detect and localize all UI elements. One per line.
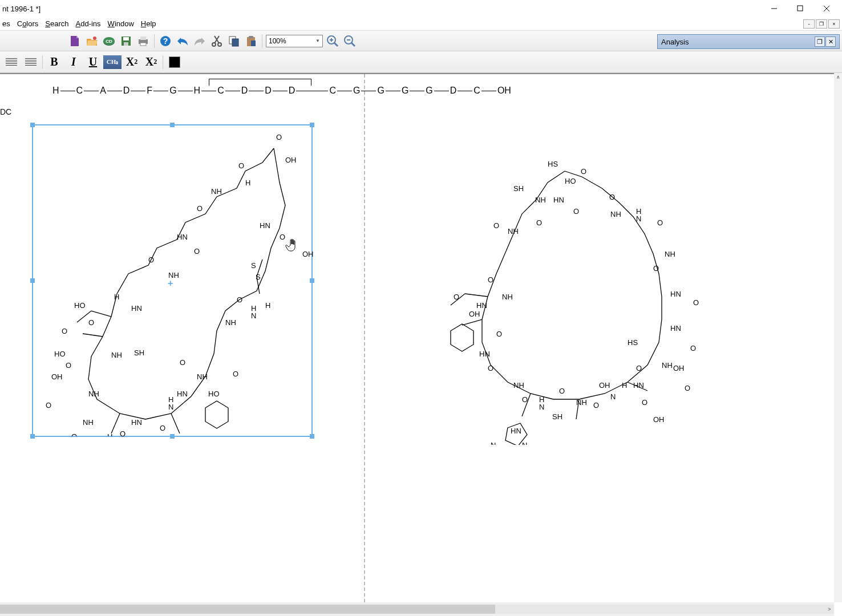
menu-search[interactable]: Search: [45, 19, 68, 28]
svg-text:O: O: [536, 218, 542, 227]
menu-item[interactable]: es: [2, 19, 10, 28]
svg-text:O: O: [62, 327, 67, 335]
close-button[interactable]: [813, 0, 840, 17]
zoom-combo[interactable]: 100%▼: [266, 35, 323, 47]
svg-text:N: N: [539, 403, 544, 411]
svg-text:H: H: [245, 179, 250, 187]
mdi-close-button[interactable]: ×: [828, 19, 840, 29]
svg-text:O: O: [71, 432, 77, 436]
minimize-button[interactable]: [761, 0, 787, 17]
svg-text:HO: HO: [74, 301, 86, 310]
align-lines-1[interactable]: [2, 54, 21, 71]
svg-text:N: N: [636, 214, 641, 223]
copy-button[interactable]: [226, 34, 241, 48]
scroll-up-icon[interactable]: ∧: [834, 73, 842, 81]
menu-colors[interactable]: Colors: [17, 19, 39, 28]
svg-text:HN: HN: [670, 290, 681, 298]
sequence-chain[interactable]: H C A D F G H C D D D C G G G G D C OH: [51, 86, 512, 96]
structure-left[interactable]: O OH OH NH O HNO ONH HHN HOO O HOO OH NH…: [34, 128, 314, 436]
vertical-scrollbar[interactable]: ∧: [834, 73, 842, 602]
svg-text:HO: HO: [54, 350, 66, 358]
svg-text:CD: CD: [106, 39, 112, 44]
help-button[interactable]: ?: [158, 34, 173, 48]
dc-label: DC: [0, 107, 11, 116]
superscript-button[interactable]: X2: [142, 54, 160, 71]
svg-rect-12: [140, 37, 146, 40]
bold-button[interactable]: B: [45, 54, 63, 71]
undo-button[interactable]: [175, 34, 190, 48]
menu-help[interactable]: Help: [141, 19, 156, 28]
analysis-restore-button[interactable]: ❐: [815, 37, 825, 47]
svg-text:NH: NH: [111, 351, 122, 359]
svg-point-19: [218, 43, 221, 46]
selection-handle[interactable]: [30, 123, 35, 127]
svg-text:HS: HS: [548, 160, 558, 168]
svg-text:O: O: [581, 167, 586, 176]
svg-text:O: O: [609, 193, 615, 201]
svg-text:O: O: [593, 401, 599, 410]
menu-window[interactable]: Window: [108, 19, 134, 28]
svg-line-30: [351, 43, 355, 46]
svg-text:O: O: [657, 218, 663, 227]
redo-button[interactable]: [192, 34, 207, 48]
svg-text:O: O: [573, 207, 579, 216]
svg-text:O: O: [690, 344, 696, 352]
analysis-close-button[interactable]: ✕: [825, 37, 836, 47]
maximize-button[interactable]: [787, 0, 813, 17]
structure-right[interactable]: HS O HO NHHN SH NHO O O O NH HN O NH O H…: [422, 160, 707, 445]
svg-rect-23: [249, 36, 253, 38]
svg-text:NH: NH: [211, 187, 222, 196]
svg-text:O: O: [522, 395, 528, 404]
menu-addins[interactable]: Add-ins: [76, 19, 101, 28]
svg-text:SH: SH: [552, 412, 562, 421]
color-swatch[interactable]: [165, 54, 184, 71]
align-lines-2[interactable]: [22, 54, 40, 71]
formula-button[interactable]: CH₂: [103, 54, 122, 71]
svg-text:H: H: [107, 432, 112, 436]
mdi-minimize-button[interactable]: ‐: [803, 19, 815, 29]
mdi-restore-button[interactable]: ❐: [816, 19, 827, 29]
scroll-thumb[interactable]: [0, 605, 495, 614]
italic-button[interactable]: I: [64, 54, 83, 71]
subscript-button[interactable]: X2: [123, 54, 141, 71]
svg-text:HO: HO: [208, 390, 220, 398]
horizontal-scrollbar[interactable]: >: [0, 602, 834, 616]
save-button[interactable]: [119, 34, 133, 48]
svg-text:N: N: [491, 441, 496, 445]
svg-text:OH: OH: [285, 156, 297, 164]
svg-text:O: O: [160, 424, 165, 432]
zoom-out-button[interactable]: [342, 34, 357, 48]
cut-button[interactable]: [209, 34, 224, 48]
svg-rect-24: [251, 40, 256, 46]
zoom-in-button[interactable]: [325, 34, 340, 48]
drawing-canvas[interactable]: H C A D F G H C D D D C G G G G D C OH D…: [0, 73, 834, 602]
new-doc-button[interactable]: [67, 34, 82, 48]
svg-text:S: S: [256, 273, 261, 281]
dropdown-icon: ▼: [315, 38, 320, 43]
svg-text:OH: OH: [51, 372, 63, 381]
open-button[interactable]: [84, 34, 99, 48]
underline-button[interactable]: U: [84, 54, 102, 71]
svg-line-34: [83, 334, 103, 337]
svg-text:NH: NH: [168, 271, 179, 279]
svg-text:O: O: [180, 358, 185, 367]
menu-bar: es Colors Search Add-ins Window Help ‐ ❐…: [0, 17, 842, 31]
cd-button[interactable]: CD: [102, 34, 116, 48]
svg-text:HS: HS: [628, 338, 638, 347]
analysis-panel[interactable]: Analysis ❐ ✕: [657, 34, 840, 49]
svg-text:HN: HN: [553, 196, 564, 204]
svg-text:O: O: [693, 298, 699, 307]
svg-rect-9: [123, 37, 129, 40]
svg-text:NH: NH: [576, 398, 587, 407]
svg-text:OH: OH: [673, 364, 685, 372]
svg-text:HN: HN: [131, 418, 142, 427]
page-divider: [364, 74, 365, 602]
paste-button[interactable]: [244, 34, 258, 48]
print-button[interactable]: [136, 34, 151, 48]
selection-handle[interactable]: [170, 123, 175, 127]
svg-text:N: N: [251, 311, 256, 320]
scroll-right-icon[interactable]: >: [825, 605, 834, 614]
svg-text:HN: HN: [177, 390, 188, 398]
svg-line-91: [462, 319, 482, 325]
selection-handle[interactable]: [310, 123, 314, 127]
